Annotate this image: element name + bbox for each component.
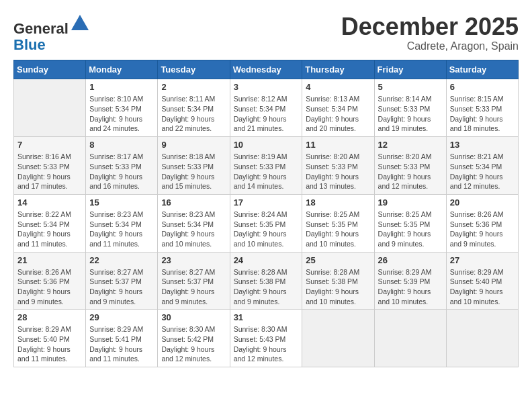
calendar-cell: 4Sunrise: 8:13 AMSunset: 5:34 PMDaylight…	[302, 79, 374, 137]
day-number: 30	[161, 312, 226, 322]
day-number: 23	[161, 255, 226, 265]
day-number: 10	[234, 140, 299, 150]
day-info: Sunrise: 8:19 AMSunset: 5:33 PMDaylight:…	[234, 152, 299, 191]
day-number: 29	[89, 312, 154, 322]
calendar-cell: 29Sunrise: 8:29 AMSunset: 5:41 PMDayligh…	[86, 310, 158, 367]
calendar-cell: 13Sunrise: 8:21 AMSunset: 5:34 PMDayligh…	[446, 137, 518, 195]
day-number: 2	[161, 82, 226, 92]
calendar-cell: 19Sunrise: 8:25 AMSunset: 5:35 PMDayligh…	[374, 194, 446, 252]
day-info: Sunrise: 8:25 AMSunset: 5:35 PMDaylight:…	[378, 210, 443, 249]
svg-marker-0	[71, 15, 89, 30]
weekday-header-friday: Friday	[374, 60, 446, 79]
weekday-header-wednesday: Wednesday	[230, 60, 302, 79]
day-number: 20	[450, 197, 515, 208]
weekday-header-tuesday: Tuesday	[158, 60, 230, 79]
calendar-cell: 11Sunrise: 8:20 AMSunset: 5:33 PMDayligh…	[302, 137, 374, 195]
calendar-cell	[14, 79, 86, 137]
calendar-cell: 1Sunrise: 8:10 AMSunset: 5:34 PMDaylight…	[86, 79, 158, 137]
calendar-body: 1Sunrise: 8:10 AMSunset: 5:34 PMDaylight…	[14, 79, 519, 367]
weekday-header-row: SundayMondayTuesdayWednesdayThursdayFrid…	[14, 60, 519, 79]
calendar-cell: 9Sunrise: 8:18 AMSunset: 5:33 PMDaylight…	[158, 137, 230, 195]
weekday-header-sunday: Sunday	[14, 60, 86, 79]
weekday-header-monday: Monday	[86, 60, 158, 79]
calendar-cell	[446, 310, 518, 367]
calendar-cell: 31Sunrise: 8:30 AMSunset: 5:43 PMDayligh…	[230, 310, 302, 367]
day-info: Sunrise: 8:29 AMSunset: 5:40 PMDaylight:…	[450, 267, 515, 307]
calendar-cell: 17Sunrise: 8:24 AMSunset: 5:35 PMDayligh…	[230, 194, 302, 252]
day-number: 25	[306, 255, 370, 265]
day-info: Sunrise: 8:18 AMSunset: 5:33 PMDaylight:…	[161, 152, 226, 191]
calendar-cell: 27Sunrise: 8:29 AMSunset: 5:40 PMDayligh…	[446, 252, 518, 310]
calendar-cell: 8Sunrise: 8:17 AMSunset: 5:33 PMDaylight…	[86, 137, 158, 195]
day-info: Sunrise: 8:11 AMSunset: 5:34 PMDaylight:…	[161, 94, 226, 134]
calendar-cell: 26Sunrise: 8:29 AMSunset: 5:39 PMDayligh…	[374, 252, 446, 310]
day-info: Sunrise: 8:12 AMSunset: 5:34 PMDaylight:…	[234, 94, 299, 134]
day-number: 8	[89, 140, 154, 150]
day-number: 7	[17, 140, 82, 150]
day-number: 18	[306, 197, 370, 208]
calendar-cell: 18Sunrise: 8:25 AMSunset: 5:35 PMDayligh…	[302, 194, 374, 252]
logo-general-text: General	[13, 20, 69, 37]
day-number: 16	[161, 197, 226, 208]
day-info: Sunrise: 8:27 AMSunset: 5:37 PMDaylight:…	[161, 267, 226, 307]
calendar-cell: 2Sunrise: 8:11 AMSunset: 5:34 PMDaylight…	[158, 79, 230, 137]
day-info: Sunrise: 8:15 AMSunset: 5:33 PMDaylight:…	[450, 94, 515, 134]
page-header: General Blue December 2025 Cadrete, Arag…	[13, 13, 519, 53]
calendar-week-5: 28Sunrise: 8:29 AMSunset: 5:40 PMDayligh…	[14, 310, 519, 367]
day-number: 11	[306, 140, 370, 150]
day-number: 1	[89, 82, 154, 92]
calendar-cell: 25Sunrise: 8:28 AMSunset: 5:38 PMDayligh…	[302, 252, 374, 310]
day-number: 28	[17, 312, 82, 322]
calendar-cell: 6Sunrise: 8:15 AMSunset: 5:33 PMDaylight…	[446, 79, 518, 137]
day-number: 6	[450, 82, 515, 92]
day-info: Sunrise: 8:14 AMSunset: 5:33 PMDaylight:…	[378, 94, 443, 134]
day-number: 26	[378, 255, 443, 265]
day-info: Sunrise: 8:28 AMSunset: 5:38 PMDaylight:…	[306, 267, 370, 307]
day-number: 24	[234, 255, 299, 265]
day-number: 4	[306, 82, 370, 92]
day-info: Sunrise: 8:17 AMSunset: 5:33 PMDaylight:…	[89, 152, 154, 191]
calendar-week-2: 7Sunrise: 8:16 AMSunset: 5:33 PMDaylight…	[14, 137, 519, 195]
day-number: 22	[89, 255, 154, 265]
day-number: 9	[161, 140, 226, 150]
day-info: Sunrise: 8:13 AMSunset: 5:34 PMDaylight:…	[306, 94, 370, 134]
day-info: Sunrise: 8:23 AMSunset: 5:34 PMDaylight:…	[161, 210, 226, 249]
day-number: 17	[234, 197, 299, 208]
calendar-header: SundayMondayTuesdayWednesdayThursdayFrid…	[14, 60, 519, 79]
day-number: 19	[378, 197, 443, 208]
day-info: Sunrise: 8:28 AMSunset: 5:38 PMDaylight:…	[234, 267, 299, 307]
calendar-week-4: 21Sunrise: 8:26 AMSunset: 5:36 PMDayligh…	[14, 252, 519, 310]
calendar-cell	[302, 310, 374, 367]
day-info: Sunrise: 8:21 AMSunset: 5:34 PMDaylight:…	[450, 152, 515, 191]
weekday-header-saturday: Saturday	[446, 60, 518, 79]
calendar-cell: 10Sunrise: 8:19 AMSunset: 5:33 PMDayligh…	[230, 137, 302, 195]
day-info: Sunrise: 8:30 AMSunset: 5:43 PMDaylight:…	[234, 324, 299, 364]
calendar-cell: 5Sunrise: 8:14 AMSunset: 5:33 PMDaylight…	[374, 79, 446, 137]
day-info: Sunrise: 8:26 AMSunset: 5:36 PMDaylight:…	[450, 210, 515, 249]
calendar-cell: 15Sunrise: 8:23 AMSunset: 5:34 PMDayligh…	[86, 194, 158, 252]
day-number: 12	[378, 140, 443, 150]
month-title: December 2025	[341, 13, 519, 40]
calendar-table: SundayMondayTuesdayWednesdayThursdayFrid…	[13, 60, 519, 367]
day-info: Sunrise: 8:20 AMSunset: 5:33 PMDaylight:…	[378, 152, 443, 191]
day-number: 31	[234, 312, 299, 322]
day-info: Sunrise: 8:24 AMSunset: 5:35 PMDaylight:…	[234, 210, 299, 249]
day-number: 13	[450, 140, 515, 150]
day-number: 3	[234, 82, 299, 92]
location-title: Cadrete, Aragon, Spain	[341, 40, 519, 52]
logo-blue-text: Blue	[13, 36, 46, 53]
calendar-cell: 30Sunrise: 8:30 AMSunset: 5:42 PMDayligh…	[158, 310, 230, 367]
day-info: Sunrise: 8:27 AMSunset: 5:37 PMDaylight:…	[89, 267, 154, 307]
day-number: 21	[17, 255, 82, 265]
day-info: Sunrise: 8:26 AMSunset: 5:36 PMDaylight:…	[17, 267, 82, 307]
weekday-header-thursday: Thursday	[302, 60, 374, 79]
calendar-cell: 20Sunrise: 8:26 AMSunset: 5:36 PMDayligh…	[446, 194, 518, 252]
calendar-week-3: 14Sunrise: 8:22 AMSunset: 5:34 PMDayligh…	[14, 194, 519, 252]
day-info: Sunrise: 8:16 AMSunset: 5:33 PMDaylight:…	[17, 152, 82, 191]
day-info: Sunrise: 8:22 AMSunset: 5:34 PMDaylight:…	[17, 210, 82, 249]
calendar-cell	[374, 310, 446, 367]
calendar-cell: 14Sunrise: 8:22 AMSunset: 5:34 PMDayligh…	[14, 194, 86, 252]
day-number: 5	[378, 82, 443, 92]
day-info: Sunrise: 8:23 AMSunset: 5:34 PMDaylight:…	[89, 210, 154, 249]
logo: General Blue	[13, 13, 90, 53]
